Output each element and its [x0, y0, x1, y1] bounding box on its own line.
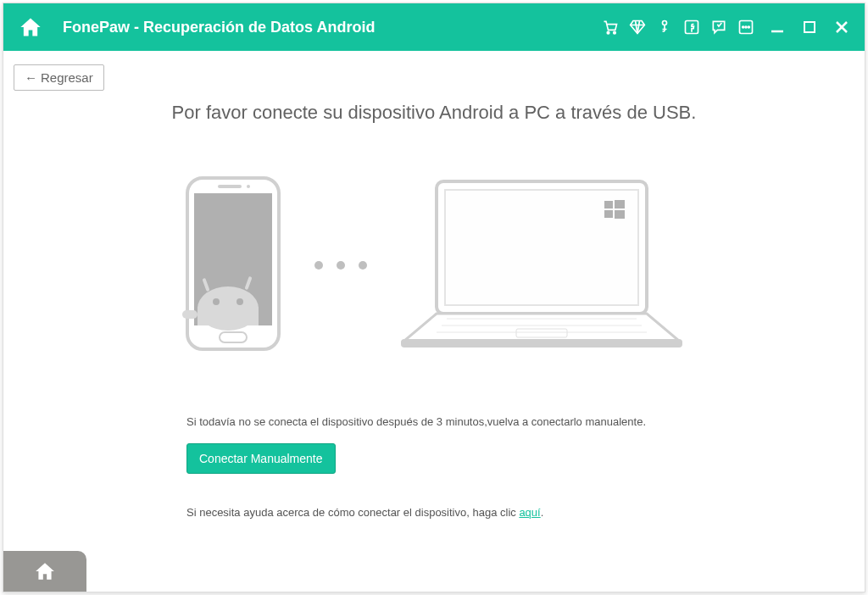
window-controls — [770, 19, 849, 35]
laptop-illustration — [398, 175, 686, 356]
facebook-icon[interactable] — [683, 19, 700, 36]
home-button[interactable] — [19, 15, 42, 39]
minimize-button[interactable] — [770, 19, 785, 35]
diamond-icon[interactable] — [629, 19, 646, 36]
svg-rect-14 — [218, 185, 242, 188]
svg-point-19 — [213, 298, 220, 305]
dot — [314, 261, 323, 270]
main-content: Por favor conecte su dispositivo Android… — [3, 51, 865, 553]
svg-point-5 — [743, 26, 744, 28]
svg-point-20 — [236, 298, 243, 305]
svg-point-6 — [745, 26, 747, 28]
close-button[interactable] — [834, 19, 849, 35]
back-button[interactable]: ← Regresar — [14, 64, 104, 91]
key-icon[interactable] — [656, 19, 673, 36]
header-toolbar — [602, 19, 754, 36]
title-bar: FonePaw - Recuperación de Datos Android — [3, 3, 865, 51]
svg-point-1 — [614, 31, 616, 33]
back-label: Regresar — [41, 70, 93, 85]
svg-rect-29 — [615, 210, 625, 219]
menu-icon[interactable] — [737, 19, 754, 36]
svg-rect-26 — [604, 201, 613, 209]
app-title: FonePaw - Recuperación de Datos Android — [63, 19, 602, 36]
svg-rect-27 — [615, 200, 625, 209]
timeout-hint: Si todavía no se conecta el dispositivo … — [186, 415, 831, 428]
app-window: FonePaw - Recuperación de Datos Android — [3, 3, 865, 592]
instructions-block: Si todavía no se conecta el dispositivo … — [37, 415, 831, 519]
feedback-icon[interactable] — [710, 19, 727, 36]
svg-point-15 — [247, 185, 250, 188]
svg-point-7 — [748, 26, 749, 28]
dot — [337, 261, 345, 270]
svg-rect-23 — [182, 310, 198, 319]
svg-point-0 — [607, 31, 609, 33]
maximize-button[interactable] — [802, 19, 817, 35]
svg-rect-18 — [198, 307, 259, 325]
svg-rect-28 — [604, 210, 613, 218]
help-prefix: Si necesita ayuda acerca de cómo conecta… — [186, 506, 519, 519]
cart-icon[interactable] — [602, 19, 619, 36]
connection-dots — [314, 261, 367, 270]
instruction-heading: Por favor conecte su dispositivo Android… — [37, 102, 831, 124]
phone-illustration — [182, 175, 284, 356]
arrow-left-icon: ← — [25, 70, 37, 85]
svg-rect-9 — [804, 22, 815, 32]
home-icon — [34, 560, 56, 582]
svg-point-2 — [663, 21, 667, 25]
connect-manually-button[interactable]: Conectar Manualmente — [186, 443, 336, 474]
connection-illustration — [37, 175, 831, 356]
svg-rect-30 — [401, 339, 682, 348]
dot — [359, 261, 367, 270]
footer-home-tab[interactable] — [3, 551, 86, 592]
help-text: Si necesita ayuda acerca de cómo conecta… — [186, 506, 831, 519]
help-link[interactable]: aquí — [519, 506, 540, 519]
help-suffix: . — [541, 506, 544, 519]
